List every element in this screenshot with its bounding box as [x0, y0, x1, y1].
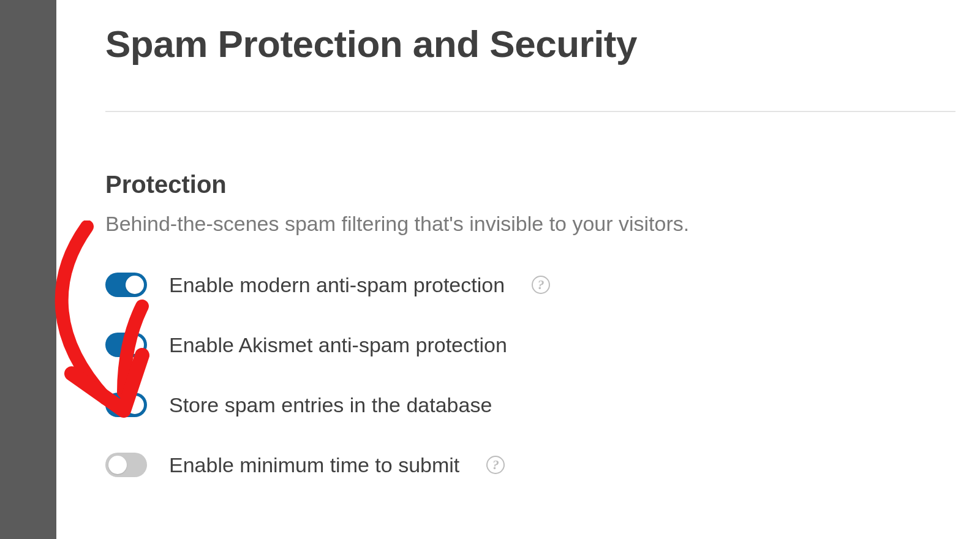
option-label: Enable modern anti-spam protection	[169, 273, 505, 297]
page-root: Spam Protection and Security Protection …	[0, 0, 980, 539]
page-title: Spam Protection and Security	[105, 22, 980, 66]
help-icon[interactable]: ?	[486, 456, 505, 474]
toggle-store-spam[interactable]	[105, 393, 147, 417]
protection-section: Protection Behind-the-scenes spam filter…	[105, 171, 980, 477]
toggle-knob	[126, 276, 144, 294]
toggle-modern-anti-spam[interactable]	[105, 273, 147, 297]
help-icon[interactable]: ?	[532, 276, 550, 294]
toggle-min-time[interactable]	[105, 453, 147, 477]
sidebar-sliver	[0, 0, 56, 539]
section-description: Behind-the-scenes spam filtering that's …	[105, 212, 980, 236]
option-label: Enable Akismet anti-spam protection	[169, 333, 507, 357]
toggle-knob	[108, 456, 127, 474]
toggle-knob	[126, 396, 144, 414]
toggle-akismet[interactable]	[105, 333, 147, 357]
option-min-time: Enable minimum time to submit ?	[105, 453, 980, 477]
options-list: Enable modern anti-spam protection ? Ena…	[105, 273, 980, 477]
option-akismet: Enable Akismet anti-spam protection	[105, 333, 980, 357]
toggle-knob	[126, 336, 144, 354]
divider	[105, 111, 956, 112]
option-label: Enable minimum time to submit	[169, 453, 459, 477]
section-title: Protection	[105, 171, 980, 198]
option-modern-anti-spam: Enable modern anti-spam protection ?	[105, 273, 980, 297]
option-label: Store spam entries in the database	[169, 393, 492, 417]
option-store-spam: Store spam entries in the database	[105, 393, 980, 417]
main-content: Spam Protection and Security Protection …	[56, 0, 980, 539]
